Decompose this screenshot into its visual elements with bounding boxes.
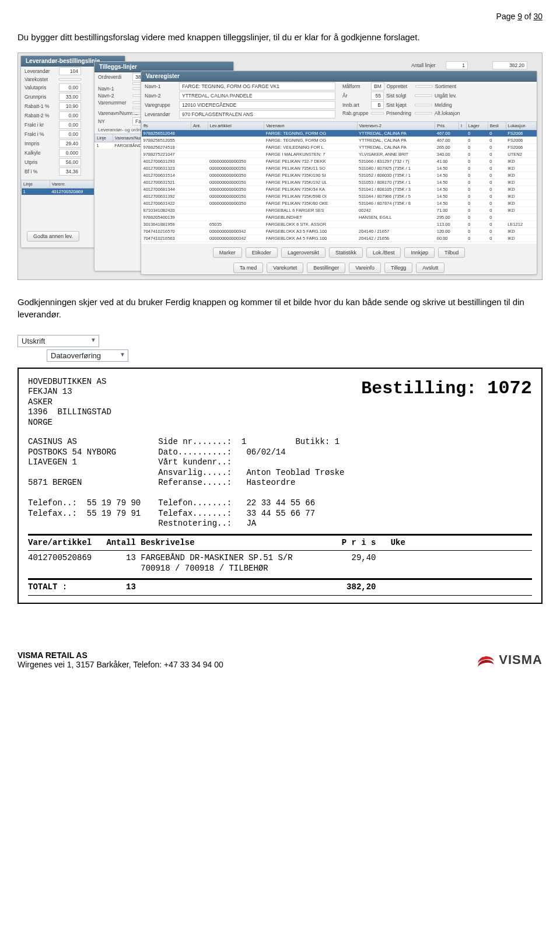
vareinfo-button[interactable]: Vareinfo xyxy=(349,263,381,273)
table-cell: FARGE: VEILEDNING FOR L xyxy=(264,144,357,151)
table-cell xyxy=(459,179,467,186)
tilbud-button[interactable]: Tilbud xyxy=(438,247,465,258)
table-row[interactable]: 9788256274518FARGE: VEILEDNING FOR LYTTR… xyxy=(142,144,537,151)
table-cell: 000000000000350 xyxy=(208,186,264,193)
page-total: 30 xyxy=(533,12,542,21)
table-row[interactable]: 4012700631323000000000000350FARGE PELIKA… xyxy=(142,165,537,172)
varekortet-button[interactable]: Varekortet xyxy=(267,263,303,273)
dd-label: Utskrift xyxy=(22,337,45,345)
field-value[interactable]: 12010 VIDEREGÅENDE xyxy=(179,101,335,109)
godta-annen-lev-button[interactable]: Godta annen lev. xyxy=(27,231,79,242)
field-value[interactable]: 29.40 xyxy=(59,139,81,148)
table-cell xyxy=(191,144,208,151)
total-value: 382.20 xyxy=(492,61,527,69)
table-row[interactable]: 4012700631521000000000000350FARGE PELIKA… xyxy=(142,179,537,186)
table-cell: FARGE PELIKAN 732-7 DEKK xyxy=(264,158,357,165)
field-value[interactable]: 0.000 xyxy=(59,149,81,157)
table-cell xyxy=(208,130,264,137)
field-label: Innpris xyxy=(24,141,57,146)
table-row[interactable]: 4012700631293000000000000350FARGE PELIKA… xyxy=(142,158,537,165)
table-row[interactable]: 7047410216563000000000000342FARGEBLOKK A… xyxy=(142,235,537,242)
field-value2[interactable] xyxy=(415,112,432,114)
table-row[interactable]: 7047410216570000000000000342FARGEBLOKK A… xyxy=(142,228,537,235)
bestillinger-button[interactable]: Bestillinger xyxy=(307,263,345,273)
table-cell: 0 xyxy=(466,193,488,200)
table-cell: 8710341082420 xyxy=(142,207,191,214)
table-cell: 14.50 xyxy=(435,193,459,200)
field-value2[interactable] xyxy=(415,95,432,97)
utskrift-dropdown[interactable]: Utskrift xyxy=(18,335,99,347)
lageroversikt-button[interactable]: Lageroversikt xyxy=(281,247,326,258)
field-value[interactable]: 0.00 xyxy=(59,83,81,92)
tillegg-button[interactable]: Tillegg xyxy=(384,263,412,273)
table-row[interactable]: 9788256512055FARGE: TEGNING, FORM OGYTTR… xyxy=(142,137,537,144)
item-line-1: 4012700520869 13 FARGEBÅND DR-MASKINER S… xyxy=(28,553,532,564)
table-cell xyxy=(191,137,208,144)
table-row[interactable]: 9788205400139FARGEBLINDHETHANSEN, EGILL2… xyxy=(142,214,537,221)
field-value[interactable]: 970 FORLAGSENTRALEN ANS xyxy=(179,110,335,118)
field-value[interactable]: 10.90 xyxy=(59,102,81,110)
table-cell: 7047410216570 xyxy=(142,228,191,235)
table-cell: 0 xyxy=(488,151,506,158)
field-value[interactable]: FARGE: TEGNING, FORM OG FARGE VK1 xyxy=(179,82,335,90)
field-label3: Sortiment xyxy=(435,83,463,89)
field-value[interactable]: 0.00 xyxy=(59,121,81,129)
table-row[interactable]: 9788256512048FARGE: TEGNING, FORM OGYTTR… xyxy=(142,130,537,137)
field-value[interactable] xyxy=(59,78,81,81)
table-cell xyxy=(459,214,467,221)
table-cell xyxy=(357,221,435,228)
paragraph-1: Du bygger ditt bestillingsforslag videre… xyxy=(18,32,542,43)
table-cell: 0 xyxy=(466,172,488,179)
statistikk-button[interactable]: Statistikk xyxy=(329,247,363,258)
table-cell xyxy=(191,193,208,200)
table-cell xyxy=(191,158,208,165)
field-value2[interactable] xyxy=(415,85,433,88)
table-cell: 0 xyxy=(488,221,506,228)
field-value[interactable] xyxy=(371,112,384,114)
field-value[interactable]: 0.00 xyxy=(59,111,81,120)
table-cell: FS2006 xyxy=(506,130,536,137)
field-value[interactable]: B xyxy=(371,101,384,109)
field-label: Utpris xyxy=(24,159,57,165)
field-value[interactable]: 0.00 xyxy=(59,130,81,138)
table-cell: 4012700631323 xyxy=(142,165,191,172)
field-value[interactable]: BM xyxy=(371,82,384,90)
dataoverforing-dropdown[interactable]: Dataoverføring xyxy=(47,349,128,362)
table-row[interactable]: 301364188195965035FARGEBLOKK 6 STK. ASSO… xyxy=(142,221,537,228)
table-row[interactable]: 9788275221047FARGE I MALARKUNSTEN: 7YLVI… xyxy=(142,151,537,158)
field-label: Frakt i kr xyxy=(24,122,57,128)
table-cell: YTTREDAL, CALINA PA xyxy=(357,137,435,144)
table-cell: FARGE: TEGNING, FORM OG xyxy=(264,137,357,144)
field-value[interactable]: YTTREDAL, CALINA PANDELE xyxy=(179,92,335,100)
table-row[interactable]: 8710341082420FARGEBALL 6 FARGER SES00242… xyxy=(142,207,537,214)
table-cell: IKD xyxy=(506,228,536,235)
marker-button[interactable]: Marker xyxy=(213,247,242,258)
cell-linje: 1 xyxy=(22,188,50,195)
table-cell: IKD xyxy=(506,200,536,207)
antall-linjer-value: 1 xyxy=(446,61,468,69)
table-header: Best xyxy=(488,122,506,130)
tamed-button[interactable]: Ta med xyxy=(233,263,264,273)
avslutt-button[interactable]: Avslutt xyxy=(416,263,444,273)
field-value2[interactable] xyxy=(415,104,432,106)
field-value[interactable]: 33.00 xyxy=(59,93,81,101)
field-value[interactable]: 55 xyxy=(371,92,384,100)
table-row[interactable]: 4012700681344000000000000350FARGE PELIKA… xyxy=(142,186,537,193)
table-row[interactable]: 4012700631514000000000000350FARGE PELIKA… xyxy=(142,172,537,179)
table-cell: 531052 / 808030 (735K / 1 xyxy=(357,172,435,179)
panel-vareregister: Vareregister Navn-1FARGE: TEGNING, FORM … xyxy=(141,71,537,275)
table-cell: 0 xyxy=(488,130,506,137)
field-value[interactable]: 34.36 xyxy=(59,167,81,176)
table-row[interactable]: 4012700631392000000000000350FARGE PELIKA… xyxy=(142,193,537,200)
table-cell: 0 xyxy=(466,186,488,193)
table-row[interactable]: 4012700631422000000000000350FARGE PELIKA… xyxy=(142,200,537,207)
table-cell: 14.50 xyxy=(435,200,459,207)
table-cell: 0 xyxy=(466,144,488,151)
etikoder-button[interactable]: Etikoder xyxy=(246,247,278,258)
field-value[interactable]: 104 xyxy=(59,67,81,75)
table-cell: 0 xyxy=(488,179,506,186)
lokbest-button[interactable]: Lok./Best xyxy=(366,247,401,258)
field-value[interactable]: 56.00 xyxy=(59,158,81,166)
innkjp-button[interactable]: Innkjøp xyxy=(404,247,435,258)
field-label: Navn-1 xyxy=(98,86,130,92)
